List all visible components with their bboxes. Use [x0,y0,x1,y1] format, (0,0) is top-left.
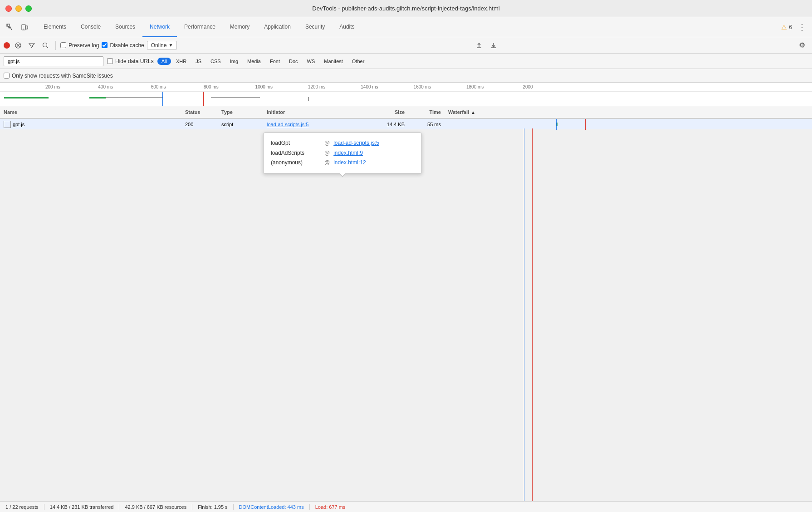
tab-sources[interactable]: Sources [108,17,142,37]
col-header-status[interactable]: Status [181,109,218,115]
throttle-select[interactable]: Online ▼ [147,41,177,50]
stack-at-label-2: @ [324,148,330,158]
timeline-labels: 200 ms 400 ms 600 ms 800 ms 1000 ms 1200… [0,83,812,92]
stack-row-1: loadGpt @ load-ad-scripts.js:5 [271,138,414,148]
more-options-button[interactable]: ⋮ [796,21,808,34]
table-row[interactable]: gpt.js 200 script load-ad-scripts.js:5 1… [0,119,812,130]
timeline-bar-2 [89,97,106,98]
samesite-checkbox[interactable] [4,73,10,79]
filter-font[interactable]: Font [266,58,284,65]
separator [55,41,56,50]
stack-file-3[interactable]: index.html:12 [333,158,366,168]
col-header-size[interactable]: Size [363,109,408,115]
filter-css[interactable]: CSS [206,58,225,65]
full-waterfall-vline-blue [524,128,524,501]
hide-data-urls-label[interactable]: Hide data URLs [107,58,154,64]
timeline-label-800: 800 ms [204,84,219,89]
svg-point-3 [23,29,24,30]
tab-performance[interactable]: Performance [177,17,223,37]
tab-memory[interactable]: Memory [223,17,257,37]
tab-application[interactable]: Application [257,17,298,37]
timeline-red-line [203,92,204,106]
tab-elements[interactable]: Elements [36,17,73,37]
tab-bar: Elements Console Sources Network Perform… [0,17,812,37]
timeline-bar-1 [4,97,49,98]
filter-button[interactable] [26,40,37,51]
network-toolbar: Preserve log Disable cache Online ▼ ⚙ [0,37,812,54]
filter-media[interactable]: Media [243,58,265,65]
timeline-label-1800: 1800 ms [466,84,484,89]
disable-cache-label[interactable]: Disable cache [102,42,144,49]
filter-all[interactable]: All [157,58,171,65]
settings-icon[interactable]: ⚙ [796,39,808,52]
load-time[interactable]: Load: 677 ms [310,504,351,510]
search-input[interactable] [4,56,103,66]
close-button[interactable] [5,5,12,12]
col-header-time[interactable]: Time [408,109,445,115]
svg-point-7 [43,43,47,47]
minimize-button[interactable] [15,5,22,12]
device-toolbar-icon[interactable] [18,21,31,34]
maximize-button[interactable] [25,5,32,12]
col-header-type[interactable]: Type [218,109,263,115]
timeline-label-1000: 1000 ms [255,84,273,89]
tab-console[interactable]: Console [73,17,108,37]
stack-row-2: loadAdScripts @ index.html:9 [271,148,414,158]
row-name-text: gpt.js [13,122,24,127]
table-header: Name Status Type Initiator Size Time Wat… [0,106,812,119]
waterfall-vline-red [585,119,586,130]
filter-type-list: All XHR JS CSS Img Media Font Doc WS Man… [157,58,369,65]
stack-at-label-3: @ [324,158,330,168]
filter-img[interactable]: Img [226,58,242,65]
tab-network[interactable]: Network [142,17,177,37]
timeline-label-600: 600 ms [151,84,166,89]
samesite-label[interactable]: Only show requests with SameSite issues [4,73,113,79]
import-export-btns [474,40,499,51]
filter-js[interactable]: JS [191,58,205,65]
stack-file-1[interactable]: load-ad-scripts.js:5 [333,138,379,148]
initiator-link[interactable]: load-ad-scripts.js:5 [267,122,308,127]
row-initiator-cell: load-ad-scripts.js:5 [263,122,363,127]
col-header-name[interactable]: Name [0,109,181,115]
search-button[interactable] [40,40,51,51]
stack-file-2[interactable]: index.html:9 [333,148,363,158]
filter-doc[interactable]: Doc [285,58,302,65]
col-header-waterfall[interactable]: Waterfall ▲ [445,109,812,115]
preserve-log-checkbox[interactable] [60,42,66,48]
status-bar: 1 / 22 requests 14.4 KB / 231 KB transfe… [0,501,812,512]
filter-bar: Hide data URLs All XHR JS CSS Img Media … [0,54,812,69]
filter-ws[interactable]: WS [303,58,319,65]
window-controls [5,5,32,12]
requests-count: 1 / 22 requests [5,504,44,510]
svg-rect-2 [26,26,28,29]
preserve-log-label[interactable]: Preserve log [60,42,99,49]
filter-xhr[interactable]: XHR [172,58,191,65]
tab-bar-right: ⚠ 6 ⋮ [781,21,808,34]
timeline-label-1600: 1600 ms [414,84,431,89]
row-status-cell: 200 [181,122,218,127]
hide-data-urls-checkbox[interactable] [107,58,113,64]
row-waterfall-cell [445,119,812,130]
inspect-icon[interactable] [4,21,16,34]
finish-time: Finish: 1.95 s [192,504,233,510]
import-har-button[interactable] [474,40,484,51]
tab-audits[interactable]: Audits [332,17,362,37]
timeline-label-2000: 2000 [523,84,533,89]
stack-at-label-1: @ [324,138,330,148]
dom-content-loaded[interactable]: DOMContentLoaded: 443 ms [234,504,310,510]
clear-button[interactable] [13,40,24,51]
disable-cache-checkbox[interactable] [102,42,108,48]
export-har-button[interactable] [488,40,499,51]
timeline-label-1200: 1200 ms [308,84,325,89]
row-time-cell: 55 ms [408,122,445,127]
tab-bar-left [4,21,31,34]
samesite-bar: Only show requests with SameSite issues [0,69,812,83]
popup-caret [339,173,346,177]
filter-manifest[interactable]: Manifest [320,58,347,65]
col-header-initiator[interactable]: Initiator [263,109,363,115]
tab-security[interactable]: Security [298,17,332,37]
window-titlebar: DevTools - publisher-ads-audits.glitch.m… [0,0,812,17]
stack-fn-1: loadGpt [271,138,321,148]
filter-other[interactable]: Other [348,58,369,65]
record-button[interactable] [4,42,10,49]
